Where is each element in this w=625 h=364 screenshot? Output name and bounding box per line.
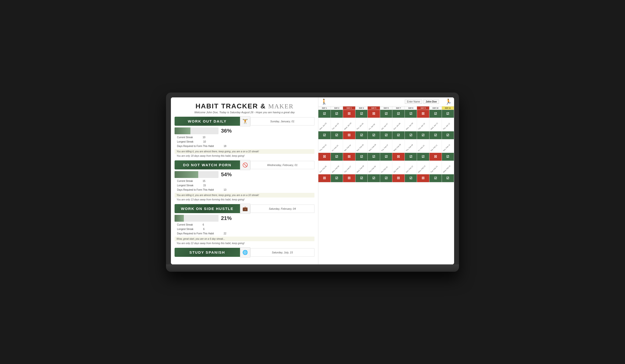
check-2-10[interactable]: ☑: [430, 131, 442, 139]
date-cell-2-5: Mon, Feb 06: [368, 139, 380, 153]
date-cell-3-1: Sun, Feb 05: [318, 161, 331, 174]
date-cell-3-2: Mon, Feb 06: [331, 161, 343, 174]
header-section: HABIT TRACKER & Maker Welcome John Doe, …: [175, 102, 314, 114]
check-4-8[interactable]: ☑: [405, 174, 417, 182]
check-2-3[interactable]: ☒: [343, 131, 355, 139]
check-3-9[interactable]: ☑: [417, 153, 430, 161]
stats-2: Current Streak 15 Longest Streak 15 Days…: [175, 179, 314, 192]
date-cell-1-9: Tue, Jan 10: [417, 118, 430, 131]
date-diag-row-1: Mon, Jan 02 Tue, Jan 03 Wed, Jan 04 Thu,…: [318, 118, 454, 131]
percent-label-2: 54%: [221, 171, 232, 178]
stats-1: Current Streak 10 Longest Streak 10 Days…: [175, 135, 314, 149]
check-3-10[interactable]: ☒: [430, 153, 442, 161]
check-4-4[interactable]: ☑: [355, 174, 368, 182]
motivation1-3: Wow, great start, you are on a 6 day str…: [175, 237, 314, 241]
habit-icon-4[interactable]: 🌐: [240, 247, 250, 258]
check-1-5[interactable]: ☒: [368, 110, 380, 118]
day-header-2: DAY 2: [331, 106, 343, 110]
habit-grid-row-2: ☑ ☑ ☒ ☑ ☑ ☑ ☑ ☑ ☑ ☑ ☑: [318, 131, 454, 139]
day-header-10: DAY 10: [430, 106, 442, 110]
check-4-1[interactable]: ☒: [318, 174, 331, 182]
check-3-5[interactable]: ☑: [368, 153, 380, 161]
percent-label-3: 21%: [221, 215, 232, 221]
check-1-2[interactable]: ☑: [331, 110, 343, 118]
check-3-11[interactable]: ☑: [442, 153, 454, 161]
date-cell-1-4: Thu, Jan 05: [355, 118, 368, 131]
check-4-5[interactable]: ☑: [368, 174, 380, 182]
date-diag-row-3: Sun, Feb 05 Mon, Feb 06 Tue, Feb 07 Wed,…: [318, 161, 454, 174]
app-container: HABIT TRACKER & Maker Welcome John Doe, …: [171, 97, 454, 264]
check-1-7[interactable]: ☑: [392, 110, 405, 118]
longest-streak-val-2: 15: [203, 183, 206, 188]
date-cell-1-7: Sun, Jan 08: [392, 118, 405, 131]
check-2-11[interactable]: ☑: [442, 131, 454, 139]
check-4-9[interactable]: ☒: [417, 174, 430, 182]
check-2-7[interactable]: ☑: [392, 131, 405, 139]
check-1-9[interactable]: ☒: [417, 110, 430, 118]
check-2-1[interactable]: ☑: [318, 131, 331, 139]
check-4-2[interactable]: ☑: [331, 174, 343, 182]
check-1-10[interactable]: ☑: [430, 110, 442, 118]
habit-name-2[interactable]: DO NOT WATCH PORN: [175, 160, 240, 169]
date-cell-1-2: Tue, Jan 03: [331, 118, 343, 131]
progress-fill-3: [175, 215, 184, 222]
check-4-3[interactable]: ☒: [343, 174, 355, 182]
habit-block-2: DO NOT WATCH PORN 🚫 Wednesday, February,…: [175, 160, 314, 202]
current-streak-label-1: Current Streak: [177, 135, 193, 140]
habit-name-3[interactable]: WORK ON SIDE HUSTLE: [175, 204, 240, 213]
habit-name-4[interactable]: STUDY SPANISH: [175, 248, 240, 257]
longest-streak-label-3: Longest Streak: [177, 227, 193, 231]
check-3-8[interactable]: ☑: [405, 153, 417, 161]
check-4-6[interactable]: ☑: [380, 174, 393, 182]
date-cell-1-11: Thu, Jan 12: [442, 118, 454, 131]
check-4-7[interactable]: ☒: [392, 174, 405, 182]
check-1-11[interactable]: ☑: [442, 110, 454, 118]
check-3-3[interactable]: ☒: [343, 153, 355, 161]
laptop-frame: HABIT TRACKER & Maker Welcome John Doe, …: [166, 92, 459, 272]
title-script: Maker: [268, 103, 294, 110]
habit-icon-1[interactable]: 🏋️: [240, 116, 250, 126]
name-value[interactable]: John Doe: [423, 100, 439, 104]
check-3-6[interactable]: ☑: [380, 153, 393, 161]
date-cell-2-3: Sat, Feb 04: [343, 139, 355, 153]
days-required-label-1: Days Required to Form This Habit: [177, 144, 214, 149]
habit-date-2: Wednesday, February, 01: [250, 161, 315, 169]
current-streak-val-2: 15: [203, 179, 205, 183]
habit-date-3: Saturday, February, 04: [250, 205, 315, 213]
longest-streak-label-1: Longest Streak: [177, 140, 193, 144]
motivation2-2: You are only 13 days away from forming t…: [175, 198, 314, 202]
app-title: HABIT TRACKER & Maker: [175, 102, 314, 110]
current-streak-label-3: Current Streak: [177, 223, 193, 227]
stats-row-days-3: Days Required to Form This Habit 22: [177, 231, 314, 236]
check-1-4[interactable]: ☑: [355, 110, 368, 118]
habit-icon-2[interactable]: 🚫: [240, 160, 250, 170]
check-1-1[interactable]: ☑: [318, 110, 331, 118]
stats-row-longest-2: Longest Streak 15: [177, 183, 314, 188]
check-2-4[interactable]: ☑: [355, 131, 368, 139]
date-cell-2-4: Sun, Feb 05: [355, 139, 368, 153]
check-2-6[interactable]: ☑: [380, 131, 393, 139]
day-header-6: DAY 6: [380, 106, 393, 110]
habit-stats-row-1: 36%: [175, 127, 314, 134]
check-3-4[interactable]: ☑: [355, 153, 368, 161]
date-cell-3-3: Tue, Feb 07: [343, 161, 355, 174]
date-cell-2-7: Wed, Feb 08: [392, 139, 405, 153]
check-3-1[interactable]: ☒: [318, 153, 331, 161]
check-4-10[interactable]: ☑: [430, 174, 442, 182]
habit-name-1[interactable]: WORK OUT DAILY: [175, 117, 240, 126]
check-1-6[interactable]: ☑: [380, 110, 393, 118]
check-2-2[interactable]: ☑: [331, 131, 343, 139]
check-2-5[interactable]: ☑: [368, 131, 380, 139]
check-3-7[interactable]: ☒: [392, 153, 405, 161]
day-header-8: DAY 8: [405, 106, 417, 110]
day-header-11: DAY 11: [442, 106, 454, 110]
progress-bar-2: [175, 171, 219, 178]
check-2-8[interactable]: ☑: [405, 131, 417, 139]
check-4-11[interactable]: ☑: [442, 174, 454, 182]
habit-icon-3[interactable]: 💼: [240, 204, 250, 214]
check-3-2[interactable]: ☑: [331, 153, 343, 161]
check-2-9[interactable]: ☑: [417, 131, 430, 139]
check-1-3[interactable]: ☒: [343, 110, 355, 118]
date-cell-3-10: Tue, Feb 14: [430, 161, 442, 174]
check-1-8[interactable]: ☑: [405, 110, 417, 118]
